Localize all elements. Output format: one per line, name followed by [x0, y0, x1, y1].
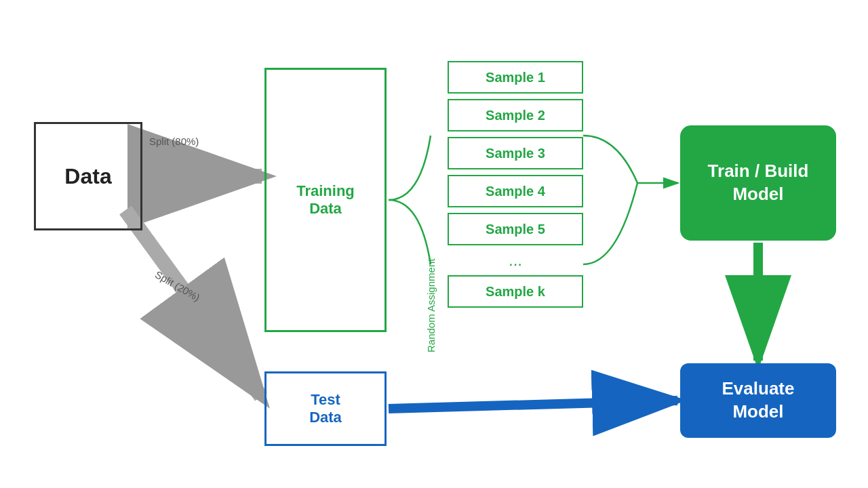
sample-label-5: Sample 5: [486, 222, 545, 237]
sample-box-4: Sample 4: [448, 175, 583, 207]
sample-box-2: Sample 2: [448, 99, 583, 131]
data-label: Data: [64, 164, 111, 189]
split-20-label: Split (20%): [153, 268, 202, 303]
evaluate-model-box: Evaluate Model: [680, 363, 836, 438]
sample-label-2: Sample 2: [486, 108, 545, 123]
svg-line-5: [125, 210, 261, 396]
sample-label-1: Sample 1: [486, 70, 545, 85]
sample-box-3: Sample 3: [448, 137, 583, 169]
evaluate-label: Evaluate Model: [722, 378, 795, 424]
sample-label-4: Sample 4: [486, 184, 545, 199]
sample-box-k: Sample k: [448, 275, 583, 308]
train-model-box: Train / Build Model: [680, 125, 836, 241]
sample-label-3: Sample 3: [486, 146, 545, 161]
split-80-label: Split (80%): [149, 136, 199, 147]
samples-area: Sample 1 Sample 2 Sample 3 Sample 4 Samp…: [448, 61, 604, 313]
random-assignment-label: Random Assignment: [425, 88, 437, 352]
svg-line-8: [389, 401, 677, 409]
sample-box-1: Sample 1: [448, 61, 583, 94]
sample-box-5: Sample 5: [448, 213, 583, 245]
ellipsis: ...: [448, 251, 583, 270]
test-data-label: Test Data: [264, 371, 387, 446]
sample-label-k: Sample k: [486, 284, 545, 300]
data-box: Data: [34, 122, 142, 230]
diagram: Data Split (80%) Split (20%) Training Da…: [0, 0, 868, 488]
train-model-label: Train / Build Model: [708, 160, 809, 206]
training-data-label: Training Data: [264, 68, 387, 332]
